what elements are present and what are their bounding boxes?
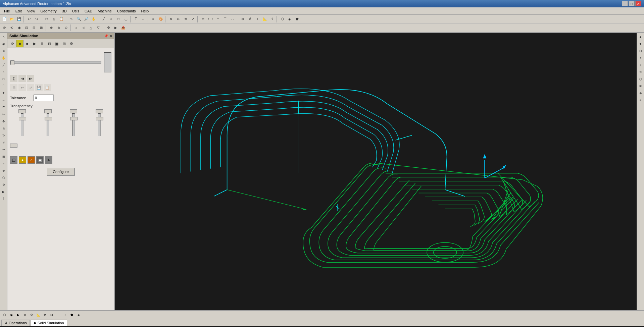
tolerance-input[interactable] (34, 95, 54, 101)
menu-cad[interactable]: CAD (82, 8, 95, 14)
cad-viewport[interactable] (115, 33, 637, 310)
tb-r2-post[interactable]: 📤 (119, 24, 127, 32)
panel-play-button[interactable]: ▶ (31, 40, 38, 47)
trans-handle-1[interactable] (19, 117, 26, 120)
tb-r2-10[interactable]: ▷ (72, 24, 80, 32)
tab-operations[interactable]: ⚙ Operations (1, 320, 30, 326)
menu-file[interactable]: File (1, 8, 13, 14)
vertical-scroll[interactable] (104, 52, 111, 72)
menu-geometry[interactable]: Geometry (38, 8, 59, 14)
panel-pin-button[interactable]: 📌 (104, 34, 108, 38)
trans-track-2[interactable] (47, 113, 49, 136)
panel-solid-button[interactable]: ■ (16, 40, 23, 47)
tb-line[interactable]: ╱ (100, 15, 107, 23)
tb-ortho[interactable]: ⊥ (254, 15, 261, 23)
tb-r2-1[interactable]: ⟳ (1, 24, 8, 32)
tb-info[interactable]: ℹ (268, 15, 276, 23)
menu-edit[interactable]: Edit (13, 8, 24, 14)
panel-config-button[interactable]: ⚙ (68, 40, 75, 47)
sidebar-simulate-icon[interactable]: ▶ (0, 188, 7, 195)
panel-sub-5[interactable]: ↩ (18, 84, 26, 91)
tb-dim[interactable]: ↔ (140, 15, 147, 23)
tb-offset[interactable]: ⊏ (214, 15, 221, 23)
menu-constraints[interactable]: Constraints (114, 8, 139, 14)
trans-thumb-1[interactable] (18, 109, 26, 113)
position-slider-thumb[interactable] (10, 60, 14, 65)
tab-solid-simulation[interactable]: ◆ Solid Simulation (31, 320, 67, 326)
tb-fillet[interactable]: ⌒ (221, 15, 229, 23)
swatch-yellow[interactable]: ● (19, 156, 26, 164)
right-pan-up-icon[interactable]: ↑ (637, 55, 644, 61)
trans-track-4[interactable] (98, 113, 101, 136)
tb-r2-simulate[interactable]: ▶ (112, 24, 119, 32)
tb-rotate[interactable]: ↻ (182, 15, 189, 23)
panel-sub-7[interactable]: 💾 (35, 84, 43, 91)
sidebar-zoom-icon[interactable]: ⊕ (0, 48, 7, 54)
status-icon-4[interactable]: ⊕ (21, 312, 28, 318)
status-icon-9[interactable]: ↔ (55, 312, 62, 318)
tb-trim[interactable]: ✂ (199, 15, 207, 23)
sidebar-mirror-icon[interactable]: ⇔ (0, 146, 7, 153)
menu-3d[interactable]: 3D (59, 8, 69, 14)
right-snap-icon[interactable]: ⊕ (637, 90, 644, 97)
status-icon-2[interactable]: ◉ (8, 312, 15, 318)
trans-track-3[interactable] (72, 113, 75, 136)
panel-frame-button[interactable]: ⊞ (60, 40, 68, 47)
trans-thumb-4[interactable] (96, 109, 103, 113)
sidebar-toolpath-icon[interactable]: ⚙ (0, 181, 7, 188)
tb-r2-9[interactable]: ⊙ (62, 24, 70, 32)
panel-sub-8[interactable]: 📋 (44, 84, 51, 91)
right-zoom-in-icon[interactable]: ▲ (637, 34, 644, 40)
tb-copy[interactable]: ⎘ (50, 15, 58, 23)
status-icon-6[interactable]: 📐 (35, 312, 42, 318)
tb-grid[interactable]: # (246, 15, 254, 23)
sidebar-move-icon[interactable]: ✥ (0, 118, 7, 125)
trans-handle-2[interactable] (45, 117, 52, 120)
sidebar-curve-icon[interactable]: ⌒ (0, 83, 7, 90)
sidebar-rect-icon[interactable]: □ (0, 76, 7, 83)
sidebar-snap-icon[interactable]: ⊕ (0, 167, 7, 174)
sidebar-trim-icon[interactable]: ✂ (0, 111, 7, 118)
sidebar-node-icon[interactable]: ◉ (0, 41, 7, 47)
panel-stop-button[interactable]: ■ (23, 40, 31, 47)
swatch-figure[interactable]: ♟ (45, 156, 52, 164)
tb-circle[interactable]: ○ (107, 15, 115, 23)
tb-layer[interactable]: ≡ (150, 15, 157, 23)
right-fit-icon[interactable]: ⊡ (637, 48, 644, 54)
panel-stepback-button[interactable]: ⊟ (46, 40, 53, 47)
panel-sub-6[interactable]: ⤾ (27, 84, 34, 91)
swatch-dark[interactable]: ▣ (36, 156, 44, 164)
tb-r2-8[interactable]: ⊗ (55, 24, 62, 32)
right-grid-icon[interactable]: # (637, 97, 644, 104)
tb-redo[interactable]: ↪ (33, 15, 40, 23)
panel-sub-1[interactable]: ⟪ (10, 75, 17, 82)
sidebar-array-icon[interactable]: ⊞ (0, 153, 7, 160)
tb-undo[interactable]: ↩ (26, 15, 33, 23)
sidebar-circle-icon[interactable]: ○ (0, 69, 7, 75)
tb-r2-13[interactable]: ▽ (95, 24, 102, 32)
panel-stepfwd-button[interactable]: ▣ (53, 40, 60, 47)
panel-sub-2[interactable]: ⏮ (18, 75, 26, 82)
tb-r2-4[interactable]: ⊡ (23, 24, 30, 32)
tb-r2-12[interactable]: △ (87, 24, 95, 32)
trans-thumb-2[interactable] (44, 109, 52, 113)
status-icon-3[interactable]: ▶ (15, 312, 21, 318)
menu-help[interactable]: Help (139, 8, 152, 14)
panel-pause-button[interactable]: ⏸ (38, 40, 46, 47)
trans-track-1[interactable] (21, 113, 23, 136)
tb-zoom-out[interactable]: 🔎 (83, 15, 90, 23)
sidebar-offset-icon[interactable]: ⊏ (0, 104, 7, 111)
tb-measure[interactable]: 📐 (261, 15, 268, 23)
sidebar-layer-icon[interactable]: ≡ (0, 160, 7, 167)
tb-rect[interactable]: □ (115, 15, 122, 23)
close-button[interactable]: ✕ (635, 1, 641, 6)
tb-zoom-in[interactable]: 🔍 (75, 15, 83, 23)
tb-pan[interactable]: ✋ (90, 15, 97, 23)
sidebar-scale-icon[interactable]: ⤢ (0, 139, 7, 146)
tb-open[interactable]: 📂 (8, 15, 15, 23)
sidebar-rotate-icon[interactable]: ↻ (0, 132, 7, 139)
tb-r2-7[interactable]: ⊕ (48, 24, 55, 32)
right-zoom-out-icon[interactable]: ▼ (637, 41, 644, 47)
tb-snap[interactable]: ⊕ (239, 15, 246, 23)
configure-button[interactable]: Configure (47, 168, 75, 176)
